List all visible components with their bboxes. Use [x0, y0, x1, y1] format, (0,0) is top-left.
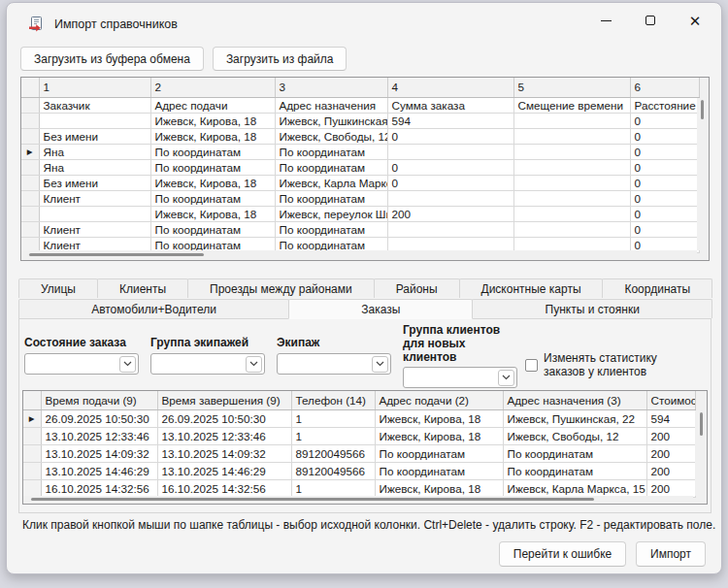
row-marker-cell[interactable]	[23, 462, 41, 479]
orders-header-cell[interactable]: Телефон (14)	[291, 391, 375, 409]
cell-distance[interactable]: 0	[630, 113, 699, 128]
cell-start-time[interactable]: 26.09.2025 10:50:30	[41, 409, 157, 427]
cell-destination-address[interactable]: По координатам	[275, 190, 387, 206]
cell-pickup-address[interactable]: По координатам	[150, 144, 275, 159]
cell-pickup-address[interactable]: Ижевск, Кирова, 18	[150, 175, 275, 190]
filter-combobox[interactable]	[150, 353, 265, 375]
cell-end-time[interactable]: 26.09.2025 10:50:30	[157, 409, 291, 427]
column-number-header-cell[interactable]: 5	[513, 78, 630, 97]
cell-destination-address[interactable]: По координатам	[275, 221, 387, 237]
cell-distance[interactable]: Расстояние по	[630, 97, 699, 113]
cell-distance[interactable]: 0	[630, 128, 699, 144]
tab[interactable]: Автомобили+Водители	[18, 299, 289, 318]
row-marker-cell[interactable]	[21, 190, 39, 206]
change-stats-checkbox[interactable]	[525, 359, 538, 372]
cell-order-sum[interactable]	[387, 144, 513, 159]
tab[interactable]: Дисконтные карты	[459, 278, 604, 298]
column-number-header-cell[interactable]: 1	[39, 78, 150, 97]
cell-destination-address[interactable]: Ижевск, Свободы, 12	[503, 427, 646, 444]
table-row[interactable]: Ижевск, Кирова, 18 Ижевск, переулок Широ…	[21, 206, 699, 221]
cell-phone[interactable]: 89120049566	[291, 462, 375, 479]
cell-destination-address[interactable]: Ижевск, Пушкинская, 22	[503, 409, 646, 427]
filter-combobox[interactable]	[277, 353, 391, 375]
chevron-down-icon[interactable]	[119, 356, 136, 373]
tab[interactable]: Пункты и стоянки	[472, 299, 712, 318]
cell-time-offset[interactable]	[513, 128, 630, 144]
scrollbar-thumb[interactable]	[31, 498, 594, 501]
cell-customer[interactable]: Без имени	[39, 175, 150, 190]
cell-pickup-address[interactable]: Адрес подачи	[150, 97, 275, 113]
horizontal-scrollbar[interactable]	[23, 496, 693, 504]
cell-order-sum[interactable]: 200	[387, 206, 513, 221]
cell-start-time[interactable]: 13.10.2025 12:33:46	[41, 427, 157, 444]
row-marker-cell[interactable]	[21, 159, 39, 175]
cell-destination-address[interactable]: Ижевск, Пушкинская, 2	[275, 113, 387, 128]
horizontal-scrollbar[interactable]	[21, 250, 697, 260]
cell-pickup-address[interactable]: По координатам	[150, 190, 275, 206]
table-row[interactable]: 13.10.2025 14:46:29 13.10.2025 14:46:29 …	[23, 462, 695, 479]
cell-end-time[interactable]: 13.10.2025 14:46:29	[157, 462, 291, 479]
cell-cost[interactable]: 594	[646, 409, 695, 427]
titlebar[interactable]: Импорт справочников ✕	[7, 3, 721, 44]
row-marker-cell[interactable]	[23, 427, 41, 444]
cell-pickup-address[interactable]: Ижевск, Кирова, 18	[375, 479, 503, 497]
row-marker-cell[interactable]	[21, 175, 39, 190]
cell-order-sum[interactable]	[387, 190, 513, 206]
cell-order-sum[interactable]	[387, 221, 513, 237]
table-row[interactable]: 13.10.2025 12:33:46 13.10.2025 12:33:46 …	[23, 427, 695, 444]
cell-order-sum[interactable]: 594	[387, 113, 513, 128]
cell-time-offset[interactable]	[513, 159, 630, 175]
chevron-down-icon[interactable]	[498, 370, 514, 386]
cell-pickup-address[interactable]: По координатам	[375, 462, 503, 479]
column-number-header-cell[interactable]: 4	[387, 78, 513, 97]
cell-start-time[interactable]: 16.10.2025 14:32:56	[41, 479, 157, 497]
close-button[interactable]: ✕	[673, 5, 717, 36]
row-marker-cell[interactable]	[21, 97, 39, 113]
cell-phone[interactable]: 1	[291, 427, 375, 444]
cell-pickup-address[interactable]: Ижевск, Кирова, 18	[150, 113, 275, 128]
row-marker-cell[interactable]	[21, 206, 39, 221]
maximize-button[interactable]	[628, 5, 673, 36]
tab[interactable]: Улицы	[18, 278, 98, 298]
cell-phone[interactable]: 89120049566	[291, 444, 375, 462]
cell-destination-address[interactable]: По координатам	[275, 144, 387, 159]
tab[interactable]: Клиенты	[97, 278, 188, 298]
cell-destination-address[interactable]: По координатам	[503, 462, 646, 479]
column-number-header-cell[interactable]: 6	[630, 78, 699, 97]
cell-time-offset[interactable]	[513, 113, 630, 128]
cell-cost[interactable]: 200	[646, 479, 695, 497]
filter-combobox[interactable]	[403, 367, 517, 388]
tab[interactable]: Районы	[374, 278, 460, 298]
table-row[interactable]: Заказчик Адрес подачи Адрес назначения С…	[21, 97, 699, 113]
cell-order-sum[interactable]: 0	[387, 159, 513, 175]
cell-time-offset[interactable]: Смещение времени	[513, 97, 630, 113]
cell-customer[interactable]: Заказчик	[39, 97, 150, 113]
table-row[interactable]: Клиент По координатам По координатам 0	[21, 190, 699, 206]
cell-time-offset[interactable]	[513, 175, 630, 190]
orders-header-cell[interactable]: Адрес назначения (3)	[503, 391, 646, 409]
cell-destination-address[interactable]: Ижевск, переулок Широ	[275, 206, 387, 221]
row-marker-cell[interactable]	[21, 221, 39, 237]
cell-distance[interactable]: 0	[630, 159, 699, 175]
cell-order-sum[interactable]: 0	[387, 128, 513, 144]
cell-customer[interactable]: Клиент	[39, 190, 150, 206]
cell-destination-address[interactable]: Ижевск, Карла Маркса, 15	[503, 479, 646, 497]
cell-order-sum[interactable]: Сумма заказа	[387, 97, 513, 113]
vertical-scrollbar[interactable]	[697, 98, 709, 250]
cell-phone[interactable]: 1	[291, 409, 375, 427]
load-from-file-button[interactable]: Загрузить из файла	[213, 47, 347, 71]
cell-pickup-address[interactable]: Ижевск, Кирова, 18	[375, 409, 503, 427]
filter-combobox[interactable]	[24, 353, 139, 375]
column-number-header-cell[interactable]: 2	[150, 78, 275, 97]
row-marker-cell[interactable]	[21, 113, 39, 128]
cell-pickup-address[interactable]: По координатам	[150, 159, 275, 175]
cell-destination-address[interactable]: Ижевск, Карла Маркса,	[275, 175, 387, 190]
table-row[interactable]: Клиент По координатам По координатам 0	[21, 221, 699, 237]
vertical-scrollbar[interactable]	[695, 410, 707, 496]
cell-pickup-address[interactable]: По координатам	[150, 221, 275, 237]
orders-header-cell[interactable]: Стоимость	[646, 391, 695, 409]
cell-pickup-address[interactable]: Ижевск, Кирова, 18	[150, 128, 275, 144]
corner-header-cell[interactable]	[23, 391, 41, 409]
cell-order-sum[interactable]: 0	[387, 175, 513, 190]
cell-distance[interactable]: 0	[630, 190, 699, 206]
